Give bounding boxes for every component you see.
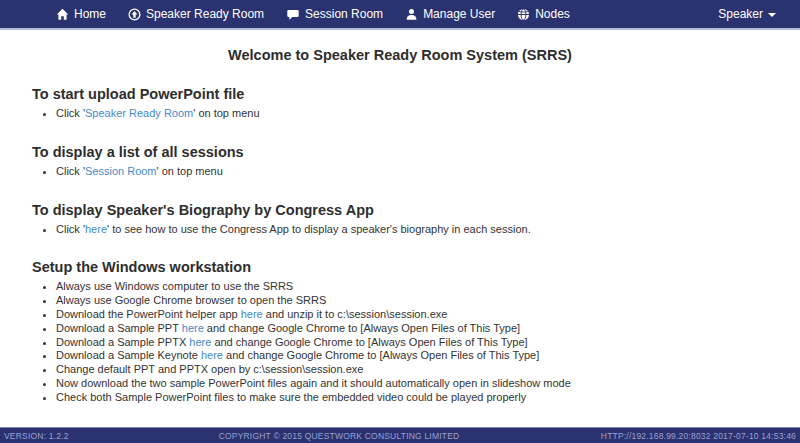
section-heading-sessions: To display a list of all sessions: [32, 144, 768, 160]
list-item-text: and change Google Chrome to [Always Open…: [204, 322, 520, 334]
user-dropdown[interactable]: Speaker: [718, 7, 776, 21]
list-item-text: Always use Google Chrome browser to open…: [56, 294, 326, 306]
nav-item-speaker-ready-room[interactable]: Speaker Ready Room: [117, 0, 275, 28]
list-item-text: and change Google Chrome to [Always Open…: [211, 336, 527, 348]
main-content: Welcome to Speaker Ready Room System (SR…: [0, 47, 800, 405]
list-item: Check both Sample PowerPoint files to ma…: [56, 391, 768, 405]
footer-server-url: HTTP://192.168.99.20:8032 2017-07-10 14:…: [601, 431, 796, 441]
list-item-text: Always use Windows computer to use the S…: [56, 280, 293, 292]
list-item: Always use Windows computer to use the S…: [56, 280, 768, 294]
helper-app-here-link[interactable]: here: [241, 308, 263, 320]
user-icon: [405, 8, 418, 21]
section-heading-biography: To display Speaker's Biography by Congre…: [32, 202, 768, 218]
nav-item-manage-user[interactable]: Manage User: [394, 0, 506, 28]
list-item: Download the PowerPoint helper app here …: [56, 308, 768, 322]
list-item: Click 'Speaker Ready Room' on top menu: [56, 107, 768, 121]
speaker-ready-room-link[interactable]: Speaker Ready Room: [85, 107, 193, 119]
nav-item-label: Nodes: [535, 7, 570, 21]
list-item-text: Download a Sample PPTX: [56, 336, 189, 348]
list-item-text: Download a Sample Keynote: [56, 349, 201, 361]
footer-copyright: COPYRIGHT © 2015 QUESTWORK CONSULTING LI…: [219, 431, 460, 441]
list-item: Now download the two sample PowerPoint f…: [56, 377, 768, 391]
list-item: Download a Sample PPT here and change Go…: [56, 322, 768, 336]
user-dropdown-label: Speaker: [718, 7, 763, 21]
nav-item-label: Session Room: [305, 7, 383, 21]
nav-item-label: Home: [74, 7, 106, 21]
list-item-text: Download the PowerPoint helper app: [56, 308, 241, 320]
list-item-text: Check both Sample PowerPoint files to ma…: [56, 391, 526, 403]
chat-bubble-icon: [286, 8, 300, 21]
section-heading-setup: Setup the Windows workstation: [32, 259, 768, 275]
list-item: Download a Sample Keynote here and chang…: [56, 349, 768, 363]
bullet-list: Click 'here' to see how to use the Congr…: [32, 223, 768, 237]
list-item: Change default PPT and PPTX open by c:\s…: [56, 363, 768, 377]
sample-pptx-here-link[interactable]: here: [189, 336, 211, 348]
bullet-list: Click 'Speaker Ready Room' on top menu: [32, 107, 768, 121]
nav-item-nodes[interactable]: Nodes: [506, 0, 581, 28]
nav-item-home[interactable]: Home: [45, 0, 117, 28]
bullet-list: Click 'Session Room' on top menu: [32, 165, 768, 179]
list-item-text: ' to see how to use the Congress App to …: [107, 223, 531, 235]
list-item: Always use Google Chrome browser to open…: [56, 294, 768, 308]
top-navbar: Home Speaker Ready Room Session Room: [0, 0, 800, 30]
page-title: Welcome to Speaker Ready Room System (SR…: [32, 47, 768, 63]
list-item-text: Click ': [56, 223, 85, 235]
section-heading-upload: To start upload PowerPoint file: [32, 86, 768, 102]
list-item: Click 'here' to see how to use the Congr…: [56, 223, 768, 237]
nav-item-label: Speaker Ready Room: [146, 7, 264, 21]
list-item-text: and change Google Chrome to [Always Open…: [223, 349, 539, 361]
navbar-right: Speaker: [718, 7, 776, 21]
footer-version: VERSION: 1.2.2: [4, 431, 69, 441]
list-item: Click 'Session Room' on top menu: [56, 165, 768, 179]
list-item-text: Click ': [56, 165, 85, 177]
bullet-list: Always use Windows computer to use the S…: [32, 280, 768, 404]
list-item-text: Change default PPT and PPTX open by c:\s…: [56, 363, 363, 375]
home-icon: [56, 8, 69, 21]
list-item-text: Click ': [56, 107, 85, 119]
sample-ppt-here-link[interactable]: here: [182, 322, 204, 334]
nav-item-label: Manage User: [423, 7, 495, 21]
list-item-text: Now download the two sample PowerPoint f…: [56, 377, 571, 389]
list-item-text: Download a Sample PPT: [56, 322, 182, 334]
upload-arrow-icon: [128, 8, 141, 21]
nav-item-session-room[interactable]: Session Room: [275, 0, 394, 28]
navbar-items: Home Speaker Ready Room Session Room: [45, 0, 581, 28]
footer-bar: VERSION: 1.2.2 COPYRIGHT © 2015 QUESTWOR…: [0, 427, 800, 443]
globe-icon: [517, 8, 530, 21]
chevron-down-icon: [768, 13, 776, 17]
list-item-text: ' on top menu: [157, 165, 223, 177]
list-item: Download a Sample PPTX here and change G…: [56, 336, 768, 350]
session-room-link[interactable]: Session Room: [85, 165, 157, 177]
biography-here-link[interactable]: here: [85, 223, 107, 235]
list-item-text: ' on top menu: [193, 107, 259, 119]
list-item-text: and unzip it to c:\session\session.exe: [263, 308, 448, 320]
sample-keynote-here-link[interactable]: here: [201, 349, 223, 361]
